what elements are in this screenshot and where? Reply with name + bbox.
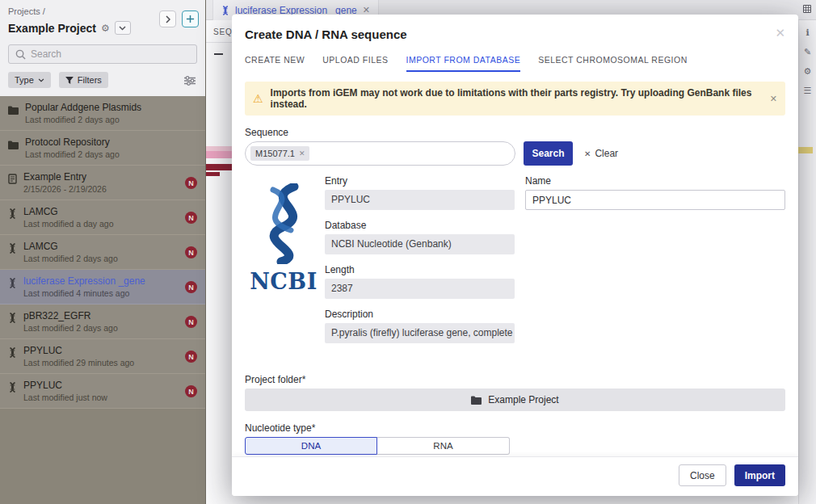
dismiss-warning-icon[interactable]: ✕ [770,94,777,104]
clear-label: Clear [595,148,618,159]
dna-icon [8,346,17,373]
tab-create-new[interactable]: Create new [245,55,305,72]
list-item[interactable]: Example Entry2/15/2026 - 2/19/2026 N [0,166,205,200]
type-filter-button[interactable]: Type [8,72,51,88]
notebook-icon [8,173,17,200]
result-form: NCBI Entry PPYLUC Database NCBI Nucleoti… [245,175,785,359]
dna-icon [8,208,17,234]
right-toolbar: ℹ ✎ ⚙ ☰ [798,20,816,504]
dialog-tabs: Create new Upload files Import from data… [232,55,798,72]
nucleotide-type-label: Nucleotide type* [245,422,785,434]
create-sequence-dialog: Create DNA / RNA sequence ✕ Create new U… [232,15,798,496]
notebook-badge: N [185,316,197,328]
sidebar: Projects / Example Project ⚙ [0,0,206,504]
project-menu-button[interactable] [115,21,131,35]
tab-grid-icon[interactable] [803,5,811,13]
filter-settings-icon[interactable] [184,74,196,89]
length-field: 2387 [325,279,515,299]
search-button[interactable]: Search [524,141,573,166]
list-item-selected[interactable]: luciferase Expression _geneLast modified… [0,270,205,304]
name-field[interactable] [525,190,785,210]
filters-button[interactable]: Filters [59,72,108,88]
project-folder-button[interactable]: Example Project [245,388,785,411]
annotation-fragment [798,147,813,153]
list-item[interactable]: Popular Addgene PlasmidsLast modified 2 … [0,96,205,131]
warning-banner: ⚠ Imports from iGEM may not work due to … [245,82,785,116]
rna-option[interactable]: RNA [377,437,510,455]
search-box[interactable] [8,44,197,64]
clear-button[interactable]: ✕ Clear [584,148,618,159]
description-field: P.pyralis (firefly) luciferase gene, com… [325,323,515,343]
list-icon[interactable]: ☰ [804,86,812,95]
dialog-header: Create DNA / RNA sequence ✕ [232,15,798,48]
collapse-sidebar-button[interactable] [159,10,176,27]
dialog-footer: Close Import [232,456,798,496]
close-dialog-icon[interactable]: ✕ [775,26,785,40]
entry-label: Entry [325,175,515,187]
list-item[interactable]: pBR322_EGFRLast modified 2 days ago N [0,304,205,339]
project-list: Popular Addgene PlasmidsLast modified 2 … [0,96,205,504]
entry-field: PPYLUC [325,190,515,210]
project-title: Example Project [8,22,96,35]
notebook-badge: N [185,351,197,363]
filters-label: Filters [78,75,102,85]
description-label: Description [325,309,515,320]
annotation-fragment [206,151,232,158]
dialog-title: Create DNA / RNA sequence [245,27,407,41]
dna-icon [8,312,17,338]
warning-icon: ⚠ [253,92,263,105]
ncbi-logo: NCBI [245,183,322,294]
settings-icon[interactable]: ⚙ [804,67,812,76]
name-label: Name [525,175,785,187]
search-input[interactable] [31,48,190,60]
remove-tag-icon[interactable]: ✕ [299,149,305,158]
ncbi-helix-icon [249,183,318,264]
dna-option[interactable]: DNA [245,437,377,455]
notebook-badge: N [185,246,197,258]
dna-icon [8,277,17,304]
notebook-badge: N [185,177,197,189]
sequence-input[interactable]: M15077.1 ✕ [245,141,515,166]
dna-icon [8,381,17,408]
ncbi-logo-text: NCBI [245,269,322,294]
chevron-down-icon [38,78,44,82]
zoom-out-icon[interactable] [214,53,223,55]
database-field: NCBI Nucleotide (Genbank) [325,234,515,254]
sidebar-header: Projects / Example Project ⚙ [0,0,205,96]
project-folder-value: Example Project [488,394,558,405]
annotation-fragment [206,164,232,170]
project-folder-label: Project folder* [245,374,785,385]
info-icon[interactable]: ℹ [805,28,809,37]
folder-icon [8,103,19,130]
folder-icon [471,396,482,405]
close-button[interactable]: Close [679,464,726,486]
list-item[interactable]: Protocol RepositoryLast modified 2 days … [0,131,205,166]
sequence-tag: M15077.1 ✕ [250,146,309,161]
list-item[interactable]: PPYLUCLast modified 29 minutes ago N [0,339,205,374]
dna-icon [221,6,229,15]
notebook-badge: N [185,281,197,293]
list-item[interactable]: LAMCGLast modified a day ago N [0,200,205,235]
create-new-button[interactable] [182,10,199,27]
tab-select-chromosomal-region[interactable]: Select chromosomal region [538,55,688,72]
folder-icon [8,138,19,165]
chevron-right-icon [166,15,170,23]
list-item[interactable]: PPYLUCLast modified just now N [0,374,205,409]
warning-text: Imports from iGEM may not work due to li… [271,87,763,110]
notebook-badge: N [185,385,197,397]
list-item[interactable]: LAMCGLast modified 2 days ago N [0,235,205,270]
import-button[interactable]: Import [734,464,785,486]
database-label: Database [325,220,515,231]
length-label: Length [325,264,515,275]
sequence-tag-label: M15077.1 [255,149,295,158]
annotation-fragment [206,172,220,176]
sequence-label: Sequence [245,127,785,138]
type-filter-label: Type [15,75,34,85]
edit-icon[interactable]: ✎ [804,48,811,57]
tab-import-from-database[interactable]: Import from database [406,55,521,72]
notebook-badge: N [185,212,197,224]
chevron-down-icon [119,26,126,31]
plus-icon [186,15,195,23]
tab-upload-files[interactable]: Upload files [322,55,388,72]
gear-icon[interactable]: ⚙ [101,23,110,34]
